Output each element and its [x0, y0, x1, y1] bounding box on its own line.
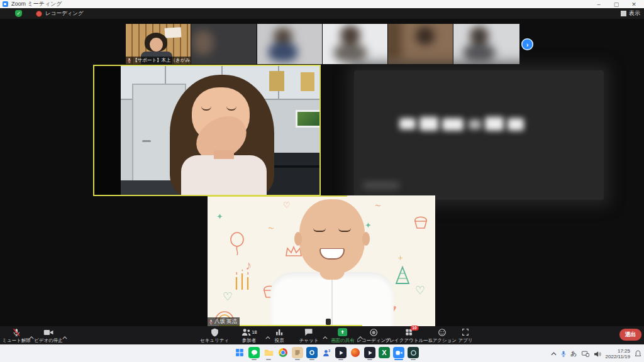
bottom-speaker-ear: [294, 232, 302, 246]
close-button[interactable]: ✕: [625, 0, 643, 8]
unmute-button[interactable]: ミュート解除: [2, 327, 31, 344]
polls-label: 投票: [275, 337, 284, 344]
blurred-shared-screen: [354, 70, 604, 200]
running-indicator: [295, 359, 300, 360]
breakout-badge: 10: [410, 326, 418, 331]
shield-icon: [211, 327, 219, 337]
security-button[interactable]: セキュリティ: [200, 327, 229, 344]
minimize-button[interactable]: –: [590, 0, 608, 8]
bottom-speaker-tile[interactable]: ✦ ♡ ♪ ✦ ＋ ♡ ♥ ♡ 〜 〜: [208, 195, 435, 326]
share-screen-icon: [338, 327, 348, 337]
party-hat-doodle: [394, 266, 411, 285]
bottom-speaker-eye: [338, 228, 351, 232]
contacts-app-icon[interactable]: 3: [321, 347, 332, 358]
clock-time: 17:25: [618, 348, 630, 354]
meeting-info-bar: ✓ レコーディング 表示: [0, 8, 644, 19]
polls-button[interactable]: 投票: [275, 327, 284, 344]
chrome-icon[interactable]: [277, 347, 289, 358]
blurred-text: [399, 118, 416, 129]
filmstrip-tile-blurred[interactable]: [453, 24, 519, 64]
filmstrip-tile-blurred[interactable]: [388, 24, 453, 64]
dark-app2-icon[interactable]: [364, 347, 375, 358]
maximize-button[interactable]: ▢: [608, 0, 625, 8]
breakout-rooms-button[interactable]: 10 ブレイクアウトルーム: [385, 327, 433, 344]
stop-video-button[interactable]: ビデオの停止: [34, 327, 63, 344]
bottom-speaker-name: 八坂 英浩: [214, 318, 237, 326]
sparkle-doodle: ＋: [396, 252, 404, 263]
encryption-shield-icon[interactable]: ✓: [15, 10, 22, 17]
background-paper: [165, 27, 182, 38]
running-indicator: [367, 359, 372, 360]
candles-doodle: [234, 270, 250, 291]
zoom-meeting-window: Zoom ミーティング – ▢ ✕ ✓ レコーディング 表示: [0, 0, 644, 362]
lapel-mic: [326, 319, 331, 325]
view-grid-icon: [621, 11, 626, 16]
active-running-indicator: [394, 359, 403, 360]
participant-face: [150, 38, 163, 52]
browser-alt-icon[interactable]: [350, 347, 361, 358]
share-screen-button[interactable]: 画面の共有: [331, 327, 355, 344]
zoom-taskbar-icon[interactable]: [393, 347, 404, 358]
door-handle: [142, 140, 151, 142]
ime-indicator[interactable]: あ: [570, 349, 577, 358]
security-label: セキュリティ: [200, 337, 229, 344]
view-button[interactable]: 表示: [621, 8, 640, 19]
filmstrip-tile-blurred[interactable]: [257, 24, 323, 64]
tray-chevron-up-icon[interactable]: [551, 352, 557, 356]
chat-bubble-icon: [304, 327, 313, 337]
participants-icon: 18: [242, 327, 257, 337]
filmstrip-tile-kigami[interactable]: 【サポート】木上（きがみ...: [126, 24, 191, 64]
wall-picture: [296, 110, 319, 128]
taskbar-clock[interactable]: 17:25 2022/11/19: [606, 348, 630, 359]
filmstrip-tile-blurred[interactable]: [191, 24, 257, 64]
reactions-button[interactable]: リアクション: [428, 327, 457, 344]
heart-doodle: ♡: [223, 290, 233, 304]
share-screen-label: 画面の共有: [331, 337, 355, 344]
participant-filmstrip: 【サポート】木上（きがみ...: [126, 24, 519, 64]
participants-chevron-icon[interactable]: [265, 331, 270, 342]
apps-button[interactable]: アプリ: [458, 327, 472, 344]
muted-mic-icon: [209, 319, 213, 325]
reactions-label: リアクション: [428, 337, 457, 344]
participant-name-chip: 【サポート】木上（きがみ...: [126, 57, 191, 64]
capture-app-icon[interactable]: [408, 347, 419, 358]
shirt-placket: [331, 277, 333, 326]
line-app-icon[interactable]: [248, 347, 260, 358]
chat-button[interactable]: チャット: [299, 327, 319, 344]
tray-mic-icon[interactable]: [561, 351, 566, 358]
unmute-label: ミュート解除: [2, 337, 31, 344]
leave-label: 退出: [625, 331, 636, 339]
recording-indicator-label: レコーディング: [45, 10, 84, 18]
bottom-speaker-eye: [313, 228, 326, 232]
balloon-doodle: [229, 232, 245, 257]
video-options-chevron-icon[interactable]: [62, 331, 67, 342]
squiggle-doodle: 〜: [375, 202, 381, 211]
start-button[interactable]: [234, 347, 245, 358]
tray-display-icon[interactable]: [582, 351, 589, 357]
dark-app-icon[interactable]: [335, 347, 347, 358]
bottom-speaker-name-chip: 八坂 英浩: [208, 317, 240, 326]
view-button-label: 表示: [629, 9, 640, 18]
video-camera-icon: [43, 327, 53, 337]
notes-app-icon[interactable]: [292, 347, 303, 358]
filmstrip-tile-blurred[interactable]: [323, 24, 388, 64]
muted-mic-icon: [12, 327, 21, 337]
active-speaker-tile[interactable]: [93, 65, 321, 196]
outlook-icon[interactable]: [306, 347, 318, 358]
file-explorer-icon[interactable]: [263, 347, 274, 358]
chat-chevron-icon[interactable]: [323, 331, 328, 342]
speaker-neck: [214, 150, 234, 159]
leave-button[interactable]: 退出: [619, 329, 641, 341]
mic-options-chevron-icon[interactable]: [29, 331, 34, 342]
notification-bell-icon[interactable]: [635, 350, 641, 358]
participants-button[interactable]: 18 参加者: [242, 327, 257, 344]
zoom-toolbar: ミュート解除 ビデオの停止 セキュリティ 18 参加者: [0, 326, 644, 344]
breakout-label: ブレイクアウトルーム: [385, 337, 433, 344]
taskbar-icons: 3 X: [234, 347, 419, 358]
participant-name: 【サポート】木上（きがみ...: [133, 57, 191, 63]
excel-icon[interactable]: X: [379, 347, 390, 358]
sparkle-doodle: ✦: [365, 221, 372, 230]
tray-speaker-icon[interactable]: [594, 351, 601, 358]
filmstrip-next-button[interactable]: ›: [521, 38, 533, 50]
squiggle-doodle: 〜: [268, 224, 274, 233]
